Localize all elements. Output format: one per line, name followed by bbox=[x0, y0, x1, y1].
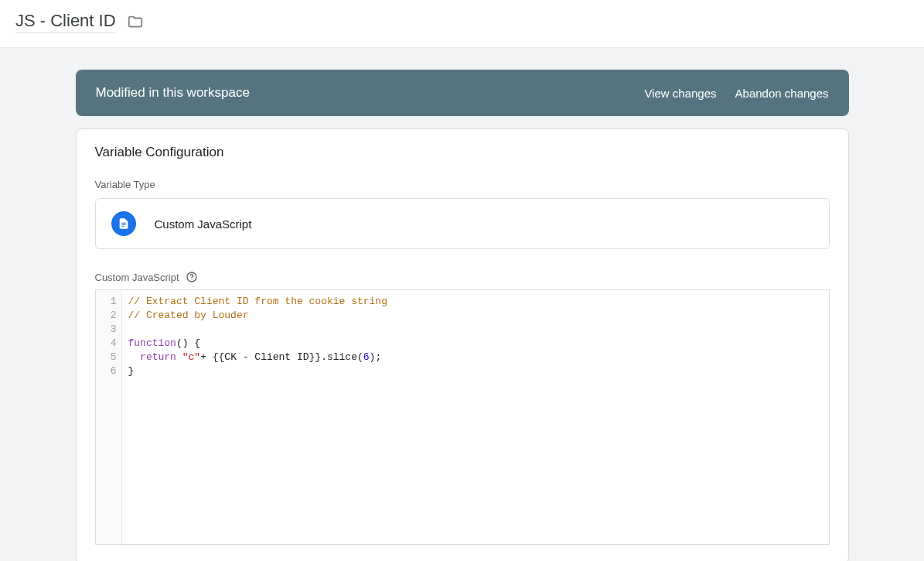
line-number: 5 bbox=[105, 351, 117, 364]
line-number: 4 bbox=[105, 337, 117, 351]
line-number: 6 bbox=[105, 364, 117, 378]
custom-js-label: Custom JavaScript bbox=[95, 272, 179, 283]
code-gutter: 1 2 3 4 5 6 bbox=[96, 290, 122, 544]
svg-point-1 bbox=[191, 279, 192, 280]
line-number: 3 bbox=[105, 323, 117, 337]
code-line: // Extract Client ID from the cookie str… bbox=[128, 295, 823, 309]
line-number: 1 bbox=[105, 295, 117, 309]
code-line: } bbox=[128, 364, 823, 378]
header-bar: JS - Client ID bbox=[0, 0, 924, 48]
document-icon bbox=[111, 211, 136, 236]
variable-type-selector[interactable]: Custom JavaScript bbox=[95, 198, 830, 249]
line-number: 2 bbox=[105, 309, 117, 323]
folder-icon[interactable] bbox=[127, 14, 144, 31]
workspace-status-text: Modified in this workspace bbox=[96, 85, 250, 101]
abandon-changes-link[interactable]: Abandon changes bbox=[735, 87, 829, 100]
code-area[interactable]: // Extract Client ID from the cookie str… bbox=[122, 290, 829, 544]
help-icon[interactable] bbox=[186, 271, 198, 283]
view-changes-link[interactable]: View changes bbox=[644, 87, 716, 100]
code-line: return "c"+ {{CK - Client ID}}.slice(6); bbox=[128, 351, 823, 364]
variable-type-label: Variable Type bbox=[95, 179, 830, 190]
page-title[interactable]: JS - Client ID bbox=[15, 11, 116, 33]
content-area: Modified in this workspace View changes … bbox=[0, 48, 924, 561]
custom-js-editor[interactable]: 1 2 3 4 5 6 // Extract Client ID from th… bbox=[95, 289, 830, 545]
code-line: function() { bbox=[128, 337, 823, 351]
code-line bbox=[128, 323, 823, 337]
variable-type-value: Custom JavaScript bbox=[155, 217, 252, 231]
code-line: // Created by Louder bbox=[128, 309, 823, 323]
workspace-status-banner: Modified in this workspace View changes … bbox=[76, 70, 849, 116]
workspace-status-actions: View changes Abandon changes bbox=[644, 87, 828, 100]
variable-configuration-card: Variable Configuration Variable Type Cus… bbox=[76, 128, 849, 561]
config-card-title: Variable Configuration bbox=[95, 145, 830, 160]
